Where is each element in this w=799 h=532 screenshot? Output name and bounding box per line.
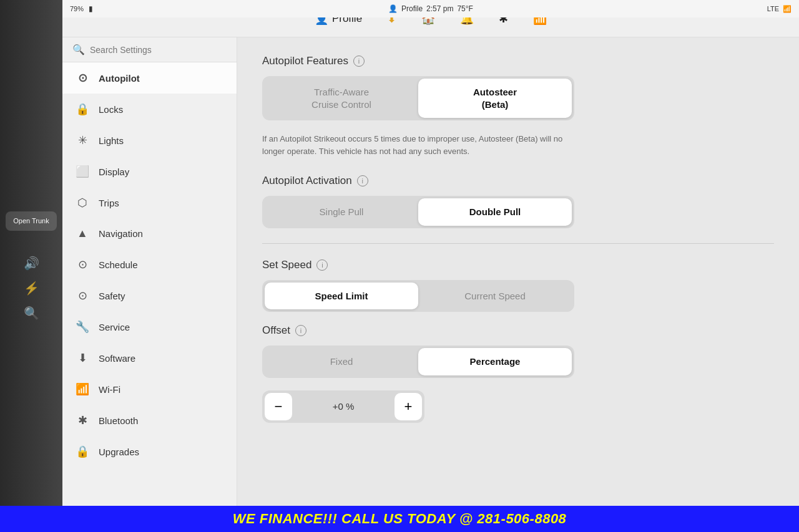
fixed-btn[interactable]: Fixed xyxy=(265,348,418,375)
open-trunk-button[interactable]: Open Trunk xyxy=(6,211,56,230)
traffic-aware-btn[interactable]: Traffic-AwareCruise Control xyxy=(265,79,418,118)
offset-controls: − +0 % + xyxy=(262,390,424,423)
sidebar-item-navigation[interactable]: ▲ Navigation xyxy=(62,218,237,249)
current-speed-btn[interactable]: Current Speed xyxy=(418,283,572,310)
car-icons: 🔊 ⚡ 🔍 xyxy=(24,256,39,321)
single-pull-btn[interactable]: Single Pull xyxy=(265,198,418,226)
offset-title: Offset i xyxy=(262,324,774,337)
sidebar-item-trips[interactable]: ⬡ Trips xyxy=(62,187,237,218)
offset-info-icon[interactable]: i xyxy=(295,325,306,336)
sidebar-label-locks: Locks xyxy=(99,104,123,115)
service-icon: 🔧 xyxy=(75,320,90,334)
autopilot-description: If an Autopilot Strikeout occurs 5 times… xyxy=(262,133,587,157)
sidebar-label-software: Software xyxy=(99,353,135,364)
sidebar-label-navigation: Navigation xyxy=(99,228,143,239)
percentage-btn[interactable]: Percentage xyxy=(418,348,572,375)
audio-icon[interactable]: 🔊 xyxy=(24,256,39,271)
sidebar-item-software[interactable]: ⬇ Software xyxy=(62,342,237,374)
status-bar-right: LTE 📶 xyxy=(767,5,792,13)
profile-icon: 👤 xyxy=(388,4,398,13)
search-bar[interactable]: 🔍 xyxy=(62,37,237,62)
tablet-screen: 79% ▮ 👤 Profile 2:57 pm 75°F LTE 📶 👤 Pro… xyxy=(62,0,799,532)
trips-icon: ⬡ xyxy=(75,196,90,210)
search-icon[interactable]: 🔍 xyxy=(24,306,39,321)
set-speed-info-icon[interactable]: i xyxy=(316,259,328,271)
status-bar: 79% ▮ 👤 Profile 2:57 pm 75°F LTE 📶 xyxy=(62,0,799,17)
autopilot-icon: ⊙ xyxy=(75,71,90,85)
offset-plus-btn[interactable]: + xyxy=(395,393,422,420)
search-input[interactable] xyxy=(90,45,227,55)
wifi-icon: 📶 xyxy=(75,382,90,396)
offset-toggle: Fixed Percentage xyxy=(262,346,574,378)
locks-icon: 🔒 xyxy=(75,102,90,116)
lights-icon: ✳ xyxy=(75,133,90,147)
double-pull-btn[interactable]: Double Pull xyxy=(418,198,572,226)
autopilot-features-toggle: Traffic-AwareCruise Control Autosteer(Be… xyxy=(262,76,574,120)
autopilot-features-title: Autopilot Features i xyxy=(262,55,774,67)
sidebar-label-trips: Trips xyxy=(99,198,119,208)
sidebar-item-locks[interactable]: 🔒 Locks xyxy=(62,94,237,125)
status-bar-left: 79% ▮ xyxy=(70,4,93,13)
sidebar-label-service: Service xyxy=(99,322,130,332)
sidebar-item-service[interactable]: 🔧 Service xyxy=(62,311,237,342)
display-icon: ⬜ xyxy=(75,165,90,178)
battery-percentage: 79% xyxy=(70,5,84,12)
lte-label: LTE xyxy=(767,5,779,12)
offset-value: +0 % xyxy=(292,401,395,412)
status-profile-label: Profile xyxy=(401,4,423,13)
main-content: Autopilot Features i Traffic-AwareCruise… xyxy=(237,37,799,532)
sidebar: 🔍 ⊙ Autopilot 🔒 Locks ✳ Lights ⬜ Display… xyxy=(62,37,237,532)
sidebar-label-upgrades: Upgrades xyxy=(99,447,139,457)
autosteer-btn[interactable]: Autosteer(Beta) xyxy=(418,79,572,118)
section-divider-1 xyxy=(262,243,774,244)
safety-icon: ⊙ xyxy=(75,289,90,302)
sidebar-item-autopilot[interactable]: ⊙ Autopilot xyxy=(62,62,237,94)
sidebar-item-schedule[interactable]: ⊙ Schedule xyxy=(62,249,237,280)
promo-banner: WE FINANCE!!! CALL US TODAY @ 281-506-88… xyxy=(0,506,799,532)
sidebar-item-wifi[interactable]: 📶 Wi-Fi xyxy=(62,374,237,405)
content-area: 🔍 ⊙ Autopilot 🔒 Locks ✳ Lights ⬜ Display… xyxy=(62,37,799,532)
status-temp: 75°F xyxy=(457,4,473,13)
sidebar-item-safety[interactable]: ⊙ Safety xyxy=(62,280,237,311)
signal-icon: 📶 xyxy=(783,5,792,13)
sidebar-label-autopilot: Autopilot xyxy=(99,73,140,84)
navigation-icon: ▲ xyxy=(75,227,90,240)
sidebar-label-schedule: Schedule xyxy=(99,259,138,270)
sidebar-item-bluetooth[interactable]: ✱ Bluetooth xyxy=(62,405,237,436)
set-speed-toggle: Speed Limit Current Speed xyxy=(262,280,574,312)
status-time: 2:57 pm xyxy=(426,4,453,13)
sidebar-item-upgrades[interactable]: 🔒 Upgrades xyxy=(62,436,237,467)
sidebar-item-lights[interactable]: ✳ Lights xyxy=(62,125,237,156)
schedule-icon: ⊙ xyxy=(75,258,90,271)
sidebar-label-safety: Safety xyxy=(99,291,125,301)
sidebar-label-bluetooth: Bluetooth xyxy=(99,415,138,426)
upgrades-icon: 🔒 xyxy=(75,445,90,458)
autopilot-activation-info-icon[interactable]: i xyxy=(357,175,368,186)
autopilot-features-info-icon[interactable]: i xyxy=(353,56,365,67)
charge-icon[interactable]: ⚡ xyxy=(24,281,39,296)
autopilot-activation-toggle: Single Pull Double Pull xyxy=(262,196,574,228)
search-bar-icon: 🔍 xyxy=(72,44,85,56)
promo-text: WE FINANCE!!! CALL US TODAY @ 281-506-88… xyxy=(233,511,567,526)
sidebar-item-display[interactable]: ⬜ Display xyxy=(62,156,237,187)
sidebar-label-display: Display xyxy=(99,167,129,177)
sidebar-label-lights: Lights xyxy=(99,135,124,146)
battery-icon: ▮ xyxy=(89,4,93,13)
software-icon: ⬇ xyxy=(75,351,90,365)
left-panel: Open Trunk 🔊 ⚡ 🔍 xyxy=(0,0,62,532)
status-bar-center: 👤 Profile 2:57 pm 75°F xyxy=(388,4,473,13)
set-speed-title: Set Speed i xyxy=(262,259,774,271)
offset-minus-btn[interactable]: − xyxy=(265,393,292,420)
speed-limit-btn[interactable]: Speed Limit xyxy=(265,283,418,310)
autopilot-activation-title: Autopilot Activation i xyxy=(262,175,774,187)
sidebar-label-wifi: Wi-Fi xyxy=(99,384,120,395)
sidebar-bluetooth-icon: ✱ xyxy=(75,414,90,427)
